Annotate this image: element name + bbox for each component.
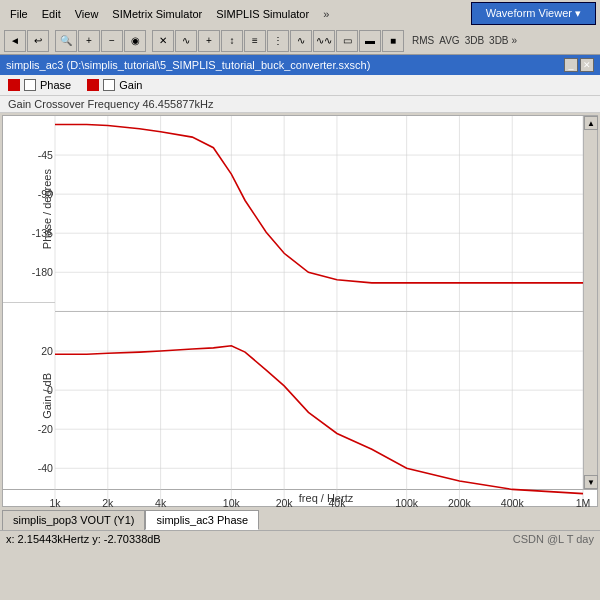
toolbar-lines-btn[interactable]: ≡ <box>244 30 266 52</box>
menu-simplis[interactable]: SIMPLIS Simulator <box>210 6 315 22</box>
phase-label: Phase <box>40 79 71 91</box>
svg-text:-45: -45 <box>38 149 53 161</box>
toolbar-rms-label: RMS <box>410 35 436 46</box>
svg-text:1k: 1k <box>49 498 61 510</box>
menubar: File Edit View SIMetrix Simulator SIMPLI… <box>0 0 600 27</box>
toolbar-zoom-btn[interactable]: 🔍 <box>55 30 77 52</box>
toolbar-wave3-btn[interactable]: ∿∿ <box>313 30 335 52</box>
menu-simetrix[interactable]: SIMetrix Simulator <box>106 6 208 22</box>
svg-text:0: 0 <box>47 385 53 397</box>
toolbar-wave1-btn[interactable]: ∿ <box>175 30 197 52</box>
crossover-text: Gain Crossover Frequency 46.455877kHz <box>8 98 213 110</box>
gain-checkbox[interactable] <box>103 79 115 91</box>
toolbar-cross-btn[interactable]: ✕ <box>152 30 174 52</box>
toolbar-3db1-label: 3DB <box>463 35 486 46</box>
svg-text:-90: -90 <box>38 188 53 200</box>
scrollbar[interactable]: ▲ ▼ <box>583 116 597 489</box>
phase-checkbox[interactable] <box>24 79 36 91</box>
watermark: CSDN @L T day <box>513 533 594 545</box>
toolbar-box2-btn[interactable]: ▬ <box>359 30 381 52</box>
toolbar-undo-btn[interactable]: ↩ <box>27 30 49 52</box>
svg-text:1M: 1M <box>576 498 591 510</box>
toolbar-updown-btn[interactable]: ↕ <box>221 30 243 52</box>
toolbar-eye-btn[interactable]: ◉ <box>124 30 146 52</box>
toolbar-back-btn[interactable]: ◄ <box>4 30 26 52</box>
scroll-up-btn[interactable]: ▲ <box>584 116 598 130</box>
tab-ac3[interactable]: simplis_ac3 Phase <box>145 510 259 530</box>
gain-label: Gain <box>119 79 142 91</box>
gain-color-swatch <box>87 79 99 91</box>
svg-text:2k: 2k <box>102 498 114 510</box>
status-coords: x: 2.15443kHertz y: -2.70338dB <box>6 533 161 545</box>
gain-legend-item: Gain <box>87 79 142 91</box>
toolbar-box3-btn[interactable]: ■ <box>382 30 404 52</box>
svg-text:-180: -180 <box>32 267 53 279</box>
scroll-down-btn[interactable]: ▼ <box>584 475 598 489</box>
toolbar-3db2-label: 3DB <box>487 35 510 46</box>
legend-bar: Phase Gain <box>0 75 600 96</box>
toolbar-wave2-btn[interactable]: ∿ <box>290 30 312 52</box>
menu-edit[interactable]: Edit <box>36 6 67 22</box>
menu-file[interactable]: File <box>4 6 34 22</box>
toolbar-dots-btn[interactable]: ⋮ <box>267 30 289 52</box>
svg-text:100k: 100k <box>395 498 419 510</box>
phase-color-swatch <box>8 79 20 91</box>
tabs-bar: simplis_pop3 VOUT (Y1) simplis_ac3 Phase <box>0 510 600 530</box>
scroll-track[interactable] <box>584 130 597 475</box>
status-bar: x: 2.15443kHertz y: -2.70338dB CSDN @L T… <box>0 530 600 547</box>
svg-text:400k: 400k <box>501 498 525 510</box>
svg-text:20: 20 <box>41 346 53 358</box>
menu-expand[interactable]: » <box>317 6 335 22</box>
toolbar-zoomout-btn[interactable]: − <box>101 30 123 52</box>
toolbar: ◄ ↩ 🔍 + − ◉ ✕ ∿ + ↕ ≡ ⋮ ∿ ∿∿ ▭ ▬ ■ RMS A… <box>0 27 600 55</box>
svg-text:200k: 200k <box>448 498 472 510</box>
toolbar-avg-label: AVG <box>437 35 461 46</box>
phase-legend-item: Phase <box>8 79 71 91</box>
gain-chart: 20 0 -20 -40 1k 2k 4k 10k 20k 40k 100k 2… <box>55 312 583 507</box>
window-controls: _ ✕ <box>564 58 594 72</box>
window-title: simplis_ac3 (D:\simplis_tutorial\5_SIMPL… <box>6 59 370 71</box>
svg-text:-20: -20 <box>38 424 53 436</box>
close-button[interactable]: ✕ <box>580 58 594 72</box>
svg-text:10k: 10k <box>223 498 241 510</box>
svg-text:20k: 20k <box>276 498 294 510</box>
menu-view[interactable]: View <box>69 6 105 22</box>
svg-text:-40: -40 <box>38 463 53 475</box>
toolbar-box1-btn[interactable]: ▭ <box>336 30 358 52</box>
svg-text:4k: 4k <box>155 498 167 510</box>
toolbar-plus-btn[interactable]: + <box>198 30 220 52</box>
svg-text:-135: -135 <box>32 227 53 239</box>
toolbar-expand[interactable]: » <box>512 35 518 46</box>
minimize-button[interactable]: _ <box>564 58 578 72</box>
waveform-viewer-button[interactable]: Waveform Viewer ▾ <box>471 2 596 25</box>
tab-pop3[interactable]: simplis_pop3 VOUT (Y1) <box>2 510 145 530</box>
phase-chart: -45 -90 -135 -180 <box>55 116 583 312</box>
svg-text:40k: 40k <box>328 498 346 510</box>
toolbar-zoomin-btn[interactable]: + <box>78 30 100 52</box>
window-header: simplis_ac3 (D:\simplis_tutorial\5_SIMPL… <box>0 55 600 75</box>
